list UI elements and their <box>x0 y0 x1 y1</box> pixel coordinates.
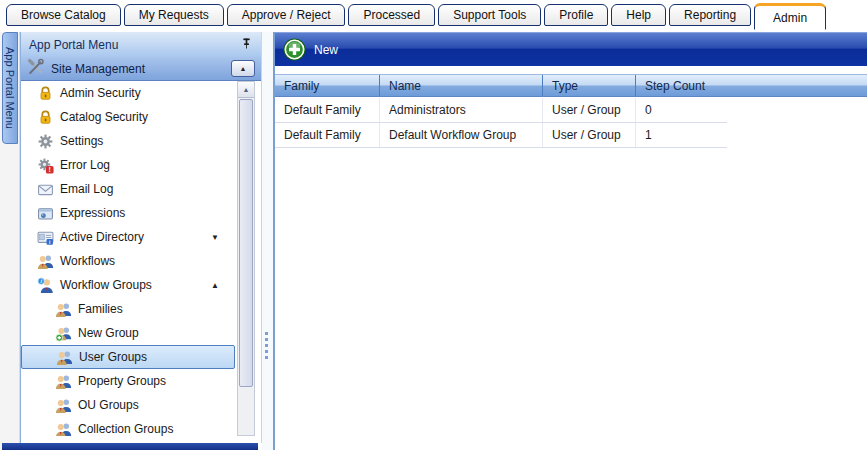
sidebar-item-label: New Group <box>78 326 139 340</box>
sidebar-item-property-groups[interactable]: Property Groups <box>21 369 235 393</box>
tree-scrollbar[interactable]: ▲ <box>237 81 255 436</box>
cell-step-count: 0 <box>636 98 727 122</box>
sidebar-item-label: Expressions <box>60 206 125 220</box>
sidebar-item-settings[interactable]: Settings <box>21 129 235 153</box>
sidebar-item-label: Property Groups <box>78 374 166 388</box>
sidebar-item-label: Email Log <box>60 182 113 196</box>
scrollbar-up-button[interactable]: ▲ <box>238 82 254 98</box>
lock-icon <box>37 85 54 102</box>
table-body: Default FamilyAdministratorsUser / Group… <box>275 98 727 148</box>
people-icon <box>55 397 72 414</box>
cell-name: Default Workflow Group <box>380 123 543 147</box>
sidebar-panel: App Portal Menu Site Management ▲ Admin … <box>20 32 262 443</box>
people-icon <box>55 301 72 318</box>
tab-browse-catalog[interactable]: Browse Catalog <box>6 4 121 26</box>
table-row[interactable]: Default FamilyAdministratorsUser / Group… <box>275 98 727 123</box>
expand-arrow-icon[interactable]: ▼ <box>211 233 219 242</box>
section-collapse-button[interactable]: ▲ <box>231 60 255 77</box>
tab-support-tools[interactable]: Support Tools <box>438 4 541 26</box>
add-icon <box>283 38 306 61</box>
sidebar-item-label: Settings <box>60 134 103 148</box>
tab-admin[interactable]: Admin <box>754 3 826 30</box>
sidebar-item-label: Admin Security <box>60 86 141 100</box>
cell-type: User / Group <box>543 123 636 147</box>
directory-card-icon: i <box>37 229 54 246</box>
sidebar-item-active-directory[interactable]: iActive Directory▼ <box>21 225 235 249</box>
tab-help[interactable]: Help <box>611 4 666 26</box>
vertical-tab-app-portal-menu[interactable]: App Portal Menu <box>2 32 18 144</box>
sidebar-item-admin-security[interactable]: Admin Security <box>21 81 235 105</box>
column-header-step-count[interactable]: Step Count <box>636 75 867 96</box>
sidebar-item-label: Families <box>78 302 123 316</box>
gear-icon <box>37 133 54 150</box>
sidebar-item-email-log[interactable]: Email Log <box>21 177 235 201</box>
lock-icon <box>37 109 54 126</box>
mail-icon <box>37 181 54 198</box>
cell-name: Administrators <box>380 98 543 122</box>
vertical-tab-label: App Portal Menu <box>4 47 16 129</box>
sidebar-item-label: OU Groups <box>78 398 139 412</box>
cell-type: User / Group <box>543 98 636 122</box>
sidebar-header-title: App Portal Menu <box>29 38 240 52</box>
people-add-icon <box>55 325 72 342</box>
table-row[interactable]: Default FamilyDefault Workflow GroupUser… <box>275 123 727 148</box>
people-icon <box>56 349 73 366</box>
site-management-label: Site Management <box>45 62 231 76</box>
tab-processed[interactable]: Processed <box>348 4 435 26</box>
sidebar-item-ou-groups[interactable]: OU Groups <box>21 393 235 417</box>
column-header-family[interactable]: Family <box>275 75 380 96</box>
left-rail: App Portal Menu <box>0 32 20 450</box>
sidebar-item-collection-groups[interactable]: Collection Groups <box>21 417 235 436</box>
expressions-icon <box>37 205 54 222</box>
splitter-grip-icon <box>265 332 268 359</box>
sidebar-item-workflows[interactable]: Workflows <box>21 249 235 273</box>
person-info-icon: i <box>37 277 54 294</box>
sidebar-item-label: Collection Groups <box>78 422 173 436</box>
sidebar-item-label: User Groups <box>79 350 147 364</box>
sidebar-item-families[interactable]: Families <box>21 297 235 321</box>
scrollbar-thumb[interactable] <box>239 99 253 387</box>
sidebar-item-expressions[interactable]: Expressions <box>21 201 235 225</box>
people-icon <box>55 421 72 437</box>
sidebar-item-workflow-groups[interactable]: iWorkflow Groups▲ <box>21 273 235 297</box>
tab-bar: Browse CatalogMy RequestsApprove / Rejec… <box>0 0 867 32</box>
sidebar-item-error-log[interactable]: !Error Log <box>21 153 235 177</box>
sidebar-item-label: Error Log <box>60 158 110 172</box>
collapse-arrow-icon[interactable]: ▲ <box>211 281 219 290</box>
sidebar-tree: Admin SecurityCatalog SecuritySettings!E… <box>21 81 235 436</box>
error-gear-icon: ! <box>37 157 54 174</box>
content-toolbar: New <box>275 32 867 66</box>
new-button-label: New <box>314 43 338 57</box>
sidebar-item-label: Workflow Groups <box>60 278 152 292</box>
sidebar-header: App Portal Menu <box>21 32 261 57</box>
pin-icon[interactable] <box>240 37 253 53</box>
new-button[interactable]: New <box>283 38 338 61</box>
svg-text:!: ! <box>49 166 51 173</box>
sidebar-bottom-bar <box>2 443 258 450</box>
sidebar-item-new-group[interactable]: New Group <box>21 321 235 345</box>
cell-family: Default Family <box>275 123 380 147</box>
column-header-name[interactable]: Name <box>380 75 543 96</box>
sidebar-item-label: Workflows <box>60 254 115 268</box>
cell-step-count: 1 <box>636 123 727 147</box>
sidebar-item-user-groups[interactable]: User Groups <box>21 345 235 369</box>
cell-family: Default Family <box>275 98 380 122</box>
tab-profile[interactable]: Profile <box>544 4 608 26</box>
column-header-type[interactable]: Type <box>543 75 636 96</box>
people-icon <box>37 253 54 270</box>
tab-approve-reject[interactable]: Approve / Reject <box>227 4 346 26</box>
main-content: New FamilyNameTypeStep Count Default Fam… <box>273 32 867 450</box>
people-icon <box>55 373 72 390</box>
table-header: FamilyNameTypeStep Count <box>275 74 867 97</box>
tab-my-requests[interactable]: My Requests <box>124 4 224 26</box>
panel-splitter[interactable] <box>262 32 273 450</box>
sidebar-item-label: Catalog Security <box>60 110 148 124</box>
app-window: Browse CatalogMy RequestsApprove / Rejec… <box>0 0 867 450</box>
tab-reporting[interactable]: Reporting <box>669 4 751 26</box>
site-management-bar[interactable]: Site Management ▲ <box>21 57 261 81</box>
sidebar-item-label: Active Directory <box>60 230 144 244</box>
sidebar-item-catalog-security[interactable]: Catalog Security <box>21 105 235 129</box>
tools-icon <box>27 58 45 79</box>
